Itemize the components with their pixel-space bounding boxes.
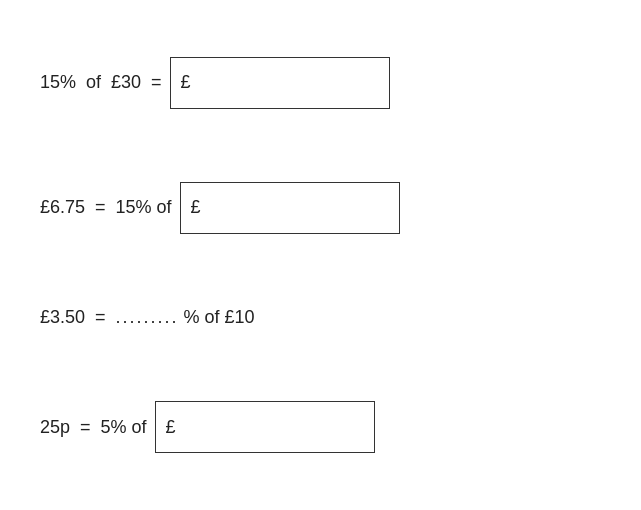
q4-box-prefix: £ [166,417,176,438]
q1-label: 15% of £30 = [40,72,162,93]
question-row-3: £3.50 = ......... % of £10 [40,307,601,328]
q2-answer-box[interactable]: £ [180,182,400,234]
main-container: 15% of £30 = £ £6.75 = 15% of £ £3.50 = … [0,0,641,510]
question-row-2: £6.75 = 15% of £ [40,182,601,234]
q4-answer-box[interactable]: £ [155,401,375,453]
q3-label: £3.50 = ......... % of £10 [40,307,255,328]
q4-label: 25p = 5% of [40,417,147,438]
question-row-4: 25p = 5% of £ [40,401,601,453]
q2-label: £6.75 = 15% of [40,197,172,218]
q2-box-prefix: £ [191,197,201,218]
question-row-1: 15% of £30 = £ [40,57,601,109]
q1-answer-box[interactable]: £ [170,57,390,109]
q1-box-prefix: £ [181,72,191,93]
